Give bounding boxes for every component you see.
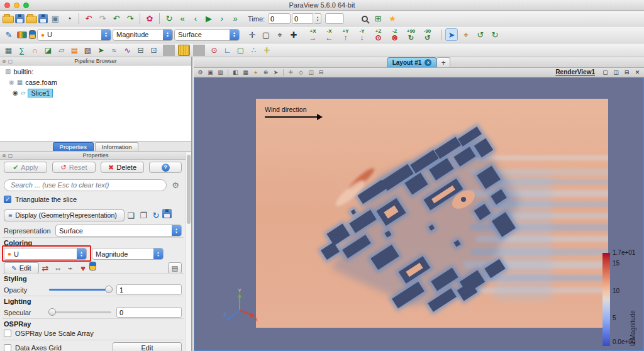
pipeline-item-case-foam[interactable]: ◉ ▦ case.foam: [0, 77, 191, 87]
zoom-to-box-icon[interactable]: ▢: [260, 28, 272, 41]
clip-icon[interactable]: ◪: [42, 45, 54, 56]
split-horizontal-icon[interactable]: ◫: [306, 69, 316, 77]
edit-color-map-button[interactable]: ✎ Edit: [4, 262, 39, 274]
max-frame-input[interactable]: [325, 13, 344, 24]
reset-camera-closest-icon[interactable]: ✚: [287, 28, 300, 41]
close-dock-icon[interactable]: ⊗: [2, 152, 6, 160]
reset-button[interactable]: ↺ Reset: [52, 162, 96, 173]
camera-plusx-button[interactable]: +X→: [305, 27, 321, 43]
render-view[interactable]: Wind direction 1.7e+01 15 10 5 0.0e+00 U…: [194, 77, 644, 351]
float-dock-icon[interactable]: ▢: [8, 152, 13, 160]
plot-over-line-icon[interactable]: ∟: [221, 45, 233, 56]
pipeline-item-builtin[interactable]: ▥ builtin:: [0, 66, 191, 77]
layout-tab[interactable]: Layout #1 ✕: [387, 57, 437, 67]
tab-properties[interactable]: Properties: [53, 142, 94, 151]
timer-icon[interactable]: ◔: [63, 13, 75, 25]
adjust-camera-icon[interactable]: ✛: [286, 69, 296, 77]
time-value-input[interactable]: [268, 13, 291, 24]
view-camera-icon[interactable]: ▣: [206, 69, 215, 77]
spreadsheet-icon[interactable]: ▦: [3, 45, 14, 56]
frame-value-input[interactable]: [292, 13, 313, 24]
view-name[interactable]: RenderView1: [555, 69, 595, 75]
add-layout-tab[interactable]: +: [436, 57, 450, 67]
float-dock-icon[interactable]: ▢: [8, 58, 13, 65]
frame-stepper[interactable]: ▲▼: [314, 13, 321, 24]
extract-subset-icon[interactable]: ▧: [82, 45, 94, 56]
load-state-icon[interactable]: [26, 16, 37, 23]
search-input[interactable]: [4, 179, 167, 191]
favorites-icon[interactable]: ★: [386, 13, 399, 25]
rescale-custom-range-icon[interactable]: ⇔: [52, 262, 64, 274]
properties-scrollbar[interactable]: [186, 152, 191, 351]
rescale-visible-range-icon[interactable]: ⌁: [64, 262, 77, 274]
rescale-data-range-icon[interactable]: ⇄: [39, 262, 52, 274]
close-view-icon[interactable]: ✕: [633, 69, 642, 77]
representation-combo[interactable]: Surface ▲▼: [174, 29, 240, 41]
pipeline-item-slice1[interactable]: ◉ ▱ Slice1: [0, 87, 191, 98]
opacity-slider-knob[interactable]: [105, 286, 113, 293]
split-view-v-icon[interactable]: ⊟: [622, 69, 631, 77]
camera-minusx-button[interactable]: -X←: [321, 27, 337, 43]
interaction-mode-icon[interactable]: ✛: [261, 45, 273, 56]
interaction-toggle-icon[interactable]: ◇: [296, 69, 306, 77]
surface-mode-icon[interactable]: ◧: [231, 69, 240, 77]
coloring-array-combo[interactable]: ● U ▲▼: [4, 248, 87, 260]
camera-minus90-button[interactable]: -90↺: [419, 27, 435, 43]
paste-display-icon[interactable]: ❐: [137, 209, 150, 221]
stream-tracer-icon[interactable]: ≈: [108, 45, 120, 56]
rotate-ccw-90-icon[interactable]: ↺: [474, 28, 487, 41]
pick-center-icon[interactable]: ➤: [271, 69, 280, 77]
edges-mode-icon[interactable]: ▦: [241, 69, 250, 77]
ospray-use-scale-array-checkbox[interactable]: [4, 330, 11, 337]
center-axes-icon[interactable]: ⌖: [460, 28, 472, 41]
reset-center-icon[interactable]: ⊕: [261, 69, 270, 77]
reset-camera-icon[interactable]: ✛: [246, 28, 258, 41]
opacity-value-input[interactable]: [116, 284, 182, 295]
first-frame-icon[interactable]: «: [176, 13, 189, 25]
scrollbar-thumb[interactable]: [187, 155, 191, 224]
specular-value-input[interactable]: [116, 307, 182, 318]
camera-minusz-button[interactable]: -Z⊗: [387, 27, 402, 43]
calculator-icon[interactable]: ∑: [16, 45, 28, 56]
find-data-icon[interactable]: [362, 16, 368, 22]
apply-button[interactable]: ✔ Apply: [4, 162, 47, 173]
save-display-icon[interactable]: [162, 209, 172, 218]
select-cells-icon[interactable]: ▢: [235, 45, 247, 56]
split-vertical-icon[interactable]: ⊟: [316, 69, 326, 77]
last-frame-icon[interactable]: »: [229, 13, 242, 25]
help-button[interactable]: ?: [149, 162, 182, 173]
opacity-slider[interactable]: [49, 289, 111, 291]
color-legend-bar[interactable]: [602, 253, 610, 346]
representation-select[interactable]: Surface ▲▼: [55, 225, 182, 237]
zoom-window-button[interactable]: [23, 3, 29, 8]
rotate-cw-90-icon[interactable]: ↻: [489, 28, 501, 41]
save-data-icon[interactable]: [15, 14, 25, 23]
contour-icon[interactable]: ∩: [29, 45, 41, 56]
next-frame-icon[interactable]: ›: [216, 13, 228, 25]
warp-icon[interactable]: ∿: [121, 45, 133, 56]
open-file-icon[interactable]: [3, 16, 14, 23]
close-tab-icon[interactable]: ✕: [425, 59, 431, 66]
probe-pick-icon[interactable]: ➤: [445, 28, 458, 41]
camera-redo-icon[interactable]: ↷: [124, 13, 136, 25]
glyph-icon[interactable]: ➤: [95, 45, 107, 56]
visibility-eye-icon[interactable]: ◉: [9, 79, 14, 86]
play-icon[interactable]: ▶: [203, 13, 215, 25]
camera-undo-icon[interactable]: ↶: [110, 13, 123, 25]
visibility-eye-icon[interactable]: ◉: [13, 89, 18, 96]
triangulate-checkbox[interactable]: ✓: [4, 196, 11, 203]
gear-icon[interactable]: ⚙: [169, 179, 182, 191]
save-state-icon[interactable]: [38, 14, 48, 23]
camera-plus90-button[interactable]: +90↻: [403, 27, 419, 43]
display-section-button[interactable]: ≡ Display (GeometryRepresentation): [4, 209, 125, 221]
data-axes-grid-edit-button[interactable]: Edit: [113, 342, 182, 351]
center-visibility-icon[interactable]: ⌖: [251, 69, 260, 77]
maximize-view-icon[interactable]: ▢: [601, 69, 610, 77]
color-palette-icon[interactable]: ✿: [143, 13, 156, 25]
split-view-h-icon[interactable]: ◫: [611, 69, 621, 77]
color-array-combo[interactable]: ● U ▲▼: [37, 29, 111, 41]
camera-plusz-button[interactable]: +Z⊙: [370, 27, 386, 43]
show-color-legend-icon[interactable]: [29, 30, 36, 39]
choose-preset-icon[interactable]: ♥: [77, 262, 89, 274]
close-window-button[interactable]: [4, 3, 10, 8]
